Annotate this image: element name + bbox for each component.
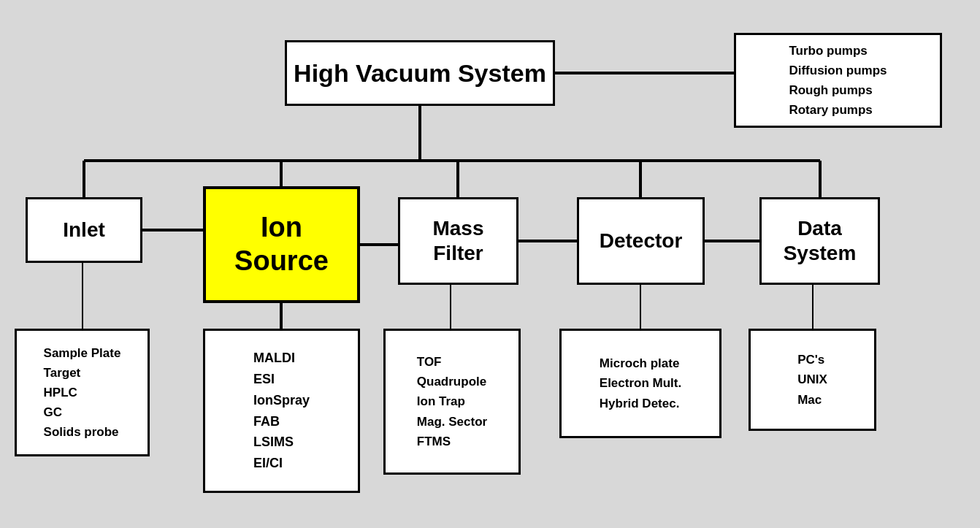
mass-filter-sub-box: TOF Quadrupole Ion Trap Mag. Sector FTMS [383, 329, 521, 475]
data-system-sub-label: PC's UNIX Mac [789, 344, 836, 416]
ion-source-sub-label: MALDI ESI IonSpray FAB LSIMS EI/CI [245, 342, 318, 480]
detector-box: Detector [577, 197, 705, 285]
detector-sub-label: Microch plate Electron Mult. Hybrid Dete… [591, 348, 690, 419]
detector-sub-box: Microch plate Electron Mult. Hybrid Dete… [559, 329, 721, 438]
mass-filter-sub-label: TOF Quadrupole Ion Trap Mag. Sector FTMS [408, 346, 496, 457]
inlet-sub-label: Sample Plate Target HPLC GC Solids probe [35, 337, 130, 448]
inlet-box: Inlet [26, 197, 142, 263]
mass-filter-label: MassFilter [432, 216, 483, 265]
diagram: High Vacuum System Turbo pumpsDiffusion … [0, 0, 980, 528]
inlet-sub-box: Sample Plate Target HPLC GC Solids probe [15, 329, 150, 456]
high-vacuum-box: High Vacuum System [285, 40, 555, 106]
pumps-box: Turbo pumpsDiffusion pumpsRough pumpsRot… [734, 33, 942, 128]
ion-source-label: IonSource [234, 211, 329, 278]
data-system-label: DataSystem [784, 216, 857, 265]
pumps-label: Turbo pumpsDiffusion pumpsRough pumpsRot… [780, 35, 895, 126]
data-system-box: DataSystem [759, 197, 880, 285]
data-system-sub-box: PC's UNIX Mac [749, 329, 876, 431]
inlet-label: Inlet [63, 218, 105, 242]
ion-source-sub-box: MALDI ESI IonSpray FAB LSIMS EI/CI [203, 329, 360, 493]
detector-label: Detector [600, 229, 683, 253]
ion-source-box: IonSource [203, 186, 360, 303]
high-vacuum-label: High Vacuum System [294, 58, 546, 88]
mass-filter-box: MassFilter [398, 197, 518, 285]
